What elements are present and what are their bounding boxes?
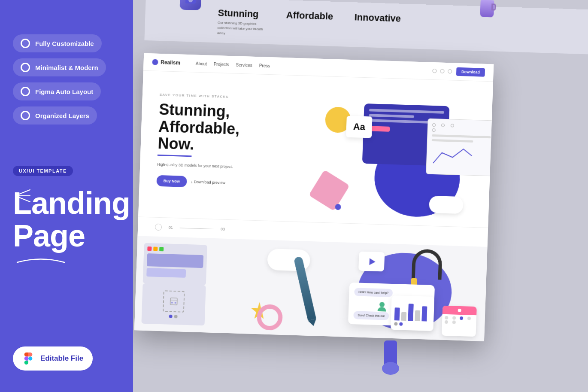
wl-2 bbox=[432, 139, 473, 143]
svg-line-0 bbox=[17, 190, 30, 195]
hero-title: Stunning, Affordable, Now. bbox=[158, 101, 317, 157]
wireframe-dots bbox=[432, 123, 458, 133]
nav-icons bbox=[432, 69, 452, 73]
pag-total: 03 bbox=[221, 227, 225, 231]
feature-item-minimalist-modern: Minimalist & Modern bbox=[13, 58, 106, 76]
small-dot-1 bbox=[335, 204, 341, 210]
s2-thumbnails bbox=[134, 236, 215, 332]
header-col-stunning: Stunning bbox=[218, 7, 265, 20]
svg-point-10 bbox=[171, 302, 173, 304]
nav-right: Download bbox=[432, 67, 485, 77]
editable-file-button[interactable]: Editable File bbox=[13, 346, 93, 371]
hero-left: SAVE YOUR TIME WITH STACKS Stunning, Aff… bbox=[155, 84, 318, 222]
wd-3 bbox=[450, 124, 454, 127]
figma-icon bbox=[22, 352, 34, 365]
wireframe-card bbox=[426, 119, 493, 176]
template-badge: UX/UI TEMPLATE bbox=[13, 166, 73, 176]
feature-label: Organized Layers bbox=[35, 112, 89, 119]
feature-label: Figma Auto Layout bbox=[35, 88, 93, 95]
feature-label: Minimalist & Modern bbox=[35, 64, 98, 71]
feature-item-figma-auto-layout: Figma Auto Layout bbox=[13, 82, 101, 100]
hero-eyebrow: SAVE YOUR TIME WITH STACKS bbox=[160, 93, 318, 102]
wd-4 bbox=[432, 128, 436, 132]
feature-item-organized-layers: Organized Layers bbox=[13, 106, 97, 125]
header-col-affordable: Affordable bbox=[286, 9, 333, 22]
right-panel: Stunning Our stunning 3D graphics collec… bbox=[133, 0, 588, 392]
left-panel: Fully Customizable Minimalist & Modern F… bbox=[0, 0, 133, 392]
nav-icon-info bbox=[448, 69, 452, 73]
s2-calendar-card bbox=[442, 306, 477, 337]
header-col-stunning-sub: Our stunning 3D graphics collection will… bbox=[217, 20, 265, 37]
wireframe-chart bbox=[431, 144, 474, 167]
editable-file-label: Editable File bbox=[40, 354, 83, 363]
features-list: Fully Customizable Minimalist & Modern F… bbox=[13, 34, 120, 125]
hero-white-cloud bbox=[429, 196, 464, 214]
feature-item-fully-customizable: Fully Customizable bbox=[13, 34, 102, 52]
wd-1 bbox=[432, 123, 436, 127]
header-col-innovative: Innovative bbox=[354, 12, 401, 24]
nav-icon-instagram bbox=[440, 69, 444, 73]
mockup-section2: Hello! How can I help? I need a template… bbox=[134, 236, 488, 341]
s2-play-card bbox=[358, 252, 385, 272]
nav-download-button[interactable]: Download bbox=[456, 67, 485, 77]
feature-label: Fully Customizable bbox=[35, 40, 94, 47]
nav-link-projects: Projects bbox=[214, 61, 229, 67]
feature-dot bbox=[21, 111, 30, 120]
s2-chart-card bbox=[391, 295, 434, 331]
buy-now-button[interactable]: Buy Now bbox=[156, 175, 187, 187]
nav-links: About Projects Services Press bbox=[196, 61, 270, 68]
hero-subtitle: High-quality 3D models for your next pro… bbox=[157, 162, 234, 170]
nav-link-about: About bbox=[196, 61, 207, 66]
svg-line-2 bbox=[17, 197, 30, 202]
wl-1 bbox=[432, 134, 491, 138]
nav-link-press: Press bbox=[259, 63, 270, 68]
nav-link-services: Services bbox=[236, 62, 252, 67]
chat-msg-1: Hello! How can I help? bbox=[354, 288, 393, 297]
monitor-line-2 bbox=[369, 114, 414, 118]
s2-person-icon bbox=[376, 300, 388, 313]
nav-logo-text: Realism bbox=[161, 59, 180, 66]
hero-pink-cube bbox=[309, 170, 350, 211]
hero-right: Aa bbox=[313, 89, 476, 227]
svg-point-11 bbox=[175, 302, 176, 304]
svg-rect-8 bbox=[170, 298, 177, 305]
monitor-line-1 bbox=[369, 109, 444, 113]
feature-dot bbox=[21, 63, 30, 72]
nav-logo-dot bbox=[152, 59, 158, 65]
nav-logo: Realism bbox=[152, 59, 180, 66]
feature-dot bbox=[21, 87, 30, 96]
wd-2 bbox=[441, 124, 445, 127]
hero-buttons: Buy Now ↓ Download preview bbox=[156, 175, 315, 191]
feature-dot bbox=[21, 39, 30, 48]
mockup-hero: SAVE YOUR TIME WITH STACKS Stunning, Aff… bbox=[138, 71, 493, 228]
typography-card: Aa bbox=[346, 116, 372, 138]
svg-point-7 bbox=[379, 302, 385, 307]
pag-line bbox=[180, 228, 214, 229]
pag-icon bbox=[155, 224, 162, 231]
pag-current: 01 bbox=[169, 225, 173, 230]
download-preview-button[interactable]: ↓ Download preview bbox=[191, 180, 225, 185]
hero-underline bbox=[158, 155, 192, 157]
floating-purple-element bbox=[378, 340, 403, 379]
s2-pink-ring bbox=[257, 304, 283, 331]
nav-icon-heart bbox=[432, 69, 436, 73]
